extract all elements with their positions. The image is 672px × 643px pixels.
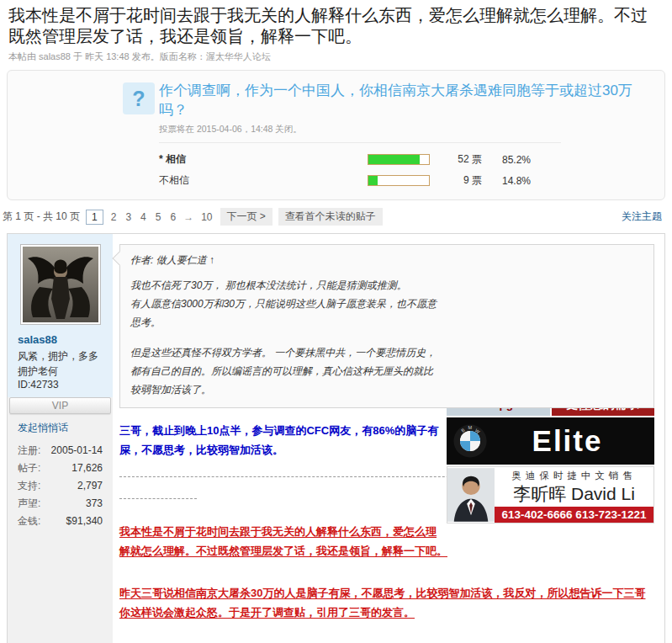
first-unread-button[interactable]: 查看首个未读的贴子 bbox=[278, 208, 383, 226]
quote-line: 有人愿意信3000万和30万，只能说明这些人脑子愿意装呆，也不愿意思考。 bbox=[130, 295, 643, 332]
poll-separator bbox=[159, 142, 561, 143]
quote-line: 我也不信死了30万， 那也根本没法统计，只能是猜测或推测。 bbox=[130, 276, 643, 295]
stat-value: $91,340 bbox=[66, 513, 103, 530]
stat-label: 注册: bbox=[18, 442, 40, 460]
poll-close-note: 投票将在 2015-04-06，14:48 关闭。 bbox=[159, 124, 651, 136]
page-number-current[interactable]: 1 bbox=[86, 210, 103, 225]
user-id: ID:42733 bbox=[8, 379, 113, 391]
quote-content: 我也不信死了30万， 那也根本没法统计，只能是猜测或推测。有人愿意信3000万和… bbox=[130, 276, 643, 399]
post-red-paragraph: 昨天三哥说相信南京大屠杀30万的人是脑子有屎，不愿思考，比较弱智加活该，我反对，… bbox=[119, 583, 654, 622]
quote-author-line[interactable]: 作者: 做人要仁道 ↑ bbox=[130, 251, 643, 269]
post-red-paragraphs: 我本性是不屑于花时间去跟于我无关的人解释什么东西，爱怎么理解就怎么理解。不过既然… bbox=[119, 522, 654, 643]
user-title: 风紧，拥护，多多拥护老何 bbox=[8, 346, 113, 379]
avatar-image bbox=[23, 247, 98, 322]
next-page-button[interactable]: 下一页 > bbox=[220, 208, 273, 226]
poll-bar-fill bbox=[368, 155, 420, 164]
vip-badge: VIP bbox=[9, 397, 111, 414]
stat-value: 2,797 bbox=[77, 477, 103, 495]
watch-thread-link[interactable]: 关注主题 bbox=[622, 210, 662, 224]
thread-title: 我本性是不屑于花时间去跟于我无关的人解释什么东西，爱怎么理解就怎么理解。不过既然… bbox=[8, 5, 664, 47]
poll-result-bar bbox=[368, 154, 430, 165]
stat-label: 声望: bbox=[18, 495, 40, 513]
poll-votes: 52 票 bbox=[430, 152, 482, 167]
page-number-link[interactable]: 10 bbox=[199, 210, 214, 224]
ad-david-li[interactable]: 奥迪保时捷中文销售 李昕晖 David Li 613-402-6666 613-… bbox=[447, 466, 654, 523]
stat-label: 支持: bbox=[18, 477, 40, 495]
poll-question: 作个调查啊，作为一个中国人，你相信南京大屠杀遇难同胞等于或超过30万吗？ bbox=[159, 81, 638, 120]
poll-bar-fill bbox=[368, 176, 378, 185]
ad-david-phones: 613-402-6666 613-723-1221 bbox=[495, 507, 653, 523]
poll-percent: 85.2% bbox=[482, 154, 531, 166]
page-number-link[interactable]: 3 bbox=[124, 210, 133, 224]
bmw-logo-icon: B M W bbox=[453, 424, 487, 458]
poll-results: * 相信52 票85.2%不相信9 票14.8% bbox=[159, 149, 651, 191]
poll-box: ? 作个调查啊，作为一个中国人，你相信南京大屠杀遇难同胞等于或超过30万吗？ 投… bbox=[7, 70, 665, 200]
user-sidebar: salas88 风紧，拥护，多多拥护老何 ID:42733 VIP 发起悄悄话 … bbox=[8, 234, 113, 643]
poll-option-label: 不相信 bbox=[159, 173, 368, 188]
question-mark-icon: ? bbox=[123, 82, 155, 114]
elite-logo: Elite bbox=[532, 424, 603, 458]
page-list: 123456→10 bbox=[86, 210, 214, 225]
page-number-link[interactable]: 6 bbox=[168, 210, 177, 224]
quote-line: 但是这些还真怪不得双方学者。 一个要抹黑中共，一个要悲情历史，都有自己的目的。所… bbox=[130, 343, 643, 399]
page-number-link[interactable]: 2 bbox=[109, 210, 119, 224]
user-stat-row: 金钱:$91,340 bbox=[18, 513, 103, 530]
avatar[interactable] bbox=[20, 244, 101, 325]
poll-percent: 14.8% bbox=[482, 175, 531, 187]
page-summary: 第 1 页 - 共 10 页 bbox=[3, 210, 80, 224]
user-stat-row: 支持:2,797 bbox=[18, 477, 103, 495]
pagination-bar: 第 1 页 - 共 10 页 123456→10 下一页 > 查看首个未读的贴子… bbox=[3, 208, 662, 226]
post-body: OTTO`S B M W 渥太华首间 bbox=[113, 234, 664, 643]
user-stat-row: 帖子:17,626 bbox=[18, 460, 103, 477]
dashed-divider-short bbox=[119, 498, 197, 499]
poll-votes: 9 票 bbox=[430, 173, 482, 188]
start-pm-link[interactable]: 发起悄悄话 bbox=[18, 421, 103, 435]
user-stat-row: 注册:2005-01-14 bbox=[18, 442, 103, 460]
stat-label: 金钱: bbox=[18, 513, 40, 530]
post-red-paragraph: 我本性是不屑于花时间去跟于我无关的人解释什么东西，爱怎么理解就怎么理解。不过既然… bbox=[119, 522, 654, 561]
thread-meta: 本帖由 salas88 于 昨天 13:48 发布。版面名称：渥太华华人论坛 bbox=[8, 50, 664, 63]
page-number-link[interactable]: 5 bbox=[154, 210, 163, 224]
user-stats: 注册:2005-01-14帖子:17,626支持:2,797声望:373金钱:$… bbox=[18, 442, 103, 530]
page-gap-arrow: → bbox=[183, 211, 193, 223]
user-stat-row: 声望:373 bbox=[18, 495, 103, 513]
username-link[interactable]: salas88 bbox=[8, 333, 113, 346]
stat-value: 2005-01-14 bbox=[51, 442, 103, 460]
page-number-link[interactable]: 4 bbox=[139, 210, 148, 224]
stat-label: 帖子: bbox=[18, 460, 40, 477]
poll-option-label: * 相信 bbox=[159, 152, 368, 167]
ad-david-line1: 奥迪保时捷中文销售 bbox=[495, 467, 653, 482]
poll-option-row: 不相信9 票14.8% bbox=[159, 170, 561, 191]
salesman-photo bbox=[447, 467, 495, 523]
stat-value: 17,626 bbox=[71, 460, 103, 477]
ad-david-name: 李昕晖 David Li bbox=[495, 482, 653, 507]
svg-text:M: M bbox=[468, 425, 473, 430]
stat-value: 373 bbox=[86, 495, 103, 513]
post-container: salas88 风紧，拥护，多多拥护老何 ID:42733 VIP 发起悄悄话 … bbox=[7, 233, 665, 643]
poll-result-bar bbox=[368, 175, 430, 186]
poll-option-row: * 相信52 票85.2% bbox=[159, 149, 561, 170]
ad-bmw-elite[interactable]: B M W Elite bbox=[447, 417, 654, 465]
quote-line-gap bbox=[130, 332, 643, 343]
quote-box: 作者: 做人要仁道 ↑ 我也不信死了30万， 那也根本没法统计，只能是猜测或推测… bbox=[119, 244, 654, 408]
